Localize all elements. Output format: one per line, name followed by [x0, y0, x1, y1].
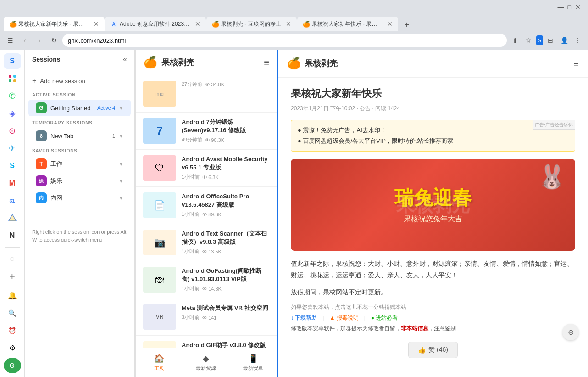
- session-arrow-work: ▼: [119, 162, 123, 167]
- session-arrow-getting-started: ▼: [119, 106, 123, 111]
- add-session-btn[interactable]: + Add new session: [25, 73, 134, 89]
- content-meta-3: 1小时前 👁 13.5K: [182, 248, 269, 255]
- session-name-new-tab: New Tab: [50, 133, 109, 140]
- content-item-5[interactable]: VR Meta 测试会员专属 VR 社交空间 3小时前 👁 141: [136, 298, 277, 336]
- content-info-6: Android GIF助手 v3.8.0 修改版 3小时前 👁 28.5K: [182, 341, 269, 348]
- new-tab-button[interactable]: +: [400, 18, 413, 31]
- sidebar-item-circle[interactable]: ○: [4, 251, 21, 267]
- tab-title-2: Adobe 创意应用软件 2023 合集: [120, 20, 190, 28]
- article-body: 果核祝大家新年快乐 2023年1月21日 下午10:02 · 公告 · 阅读 1…: [278, 78, 588, 377]
- window-close[interactable]: ✕: [575, 3, 581, 11]
- forward-btn[interactable]: ›: [33, 34, 46, 47]
- temporary-sessions-label: TEMPORARY SESSIONS: [25, 117, 134, 127]
- content-list-panel: 🍊 果核剥壳 ≡ img 27分钟前 👁 34.8K: [135, 50, 277, 377]
- like-button[interactable]: 👍 赞 (46): [408, 342, 458, 358]
- sidebar-item-calendar[interactable]: 31: [4, 193, 21, 208]
- content-item-top[interactable]: img 27分钟前 👁 34.8K: [136, 75, 277, 113]
- session-getting-started[interactable]: G Getting Started Active 4 ▼: [28, 100, 131, 116]
- content-views-3: 👁 13.5K: [202, 249, 222, 254]
- content-item-1[interactable]: 🛡 Android Avast Mobile Security v6.55.1 …: [136, 150, 277, 187]
- bottom-nav-home[interactable]: 🏠 主页: [136, 352, 183, 373]
- bottom-nav-android[interactable]: 📱 最新安卓: [230, 352, 277, 373]
- extension-btn[interactable]: S: [536, 35, 543, 45]
- content-time-2: 1小时前: [182, 211, 200, 218]
- ad-line1: ● 震惊！免费无广告，AI去水印！: [298, 125, 568, 135]
- tab-title-3: 果核剥壳 - 互联网的净土: [221, 20, 281, 28]
- session-entertainment[interactable]: 娱 娱乐 ▼: [28, 173, 131, 189]
- session-intranet[interactable]: 内 内网 ▼: [28, 190, 131, 206]
- sidebar-item-slack[interactable]: [4, 71, 21, 86]
- session-arrow-new-tab: ▼: [119, 134, 123, 139]
- sidebar-item-whatsapp[interactable]: ✆: [4, 88, 21, 104]
- sidebar-account[interactable]: G: [4, 358, 21, 373]
- ad-label: 广告·广告还告诉你: [533, 120, 575, 130]
- content-item-4[interactable]: 🍽 Android GoFasting(间歇性断食) v1.01.93.0113…: [136, 261, 277, 298]
- content-list-hamburger[interactable]: ≡: [264, 57, 269, 68]
- session-avatar-new-tab: 8: [36, 130, 47, 141]
- svg-marker-5: [9, 214, 16, 221]
- bottom-nav: 🏠 主页 ◆ 最新资源 📱 最新安卓: [136, 348, 277, 377]
- content-item-0[interactable]: 7 Android 7分钟锻炼(Seven)v9.17.16 修改版 49分钟前…: [136, 113, 277, 150]
- sidebar-item-telegram[interactable]: ✈: [4, 141, 21, 156]
- link-download-help[interactable]: ↓ 下载帮助: [291, 314, 317, 322]
- content-list-items: 7 Android 7分钟锻炼(Seven)v9.17.16 修改版 49分钟前…: [136, 113, 277, 348]
- tab-3[interactable]: 🍊 果核剥壳 - 互联网的净土 ✕: [206, 17, 297, 31]
- content-meta-4: 1小时前 👁 14.8K: [182, 285, 269, 292]
- content-item-6[interactable]: gif Android GIF助手 v3.8.0 修改版 3小时前 👁 28.5…: [136, 336, 277, 348]
- article-logo-text: 果核剥壳: [305, 58, 338, 69]
- tab-close-4[interactable]: ✕: [387, 21, 393, 27]
- sidebar-notifications[interactable]: 🔔: [4, 288, 21, 304]
- split-view-btn[interactable]: ⊟: [544, 34, 557, 47]
- link-site-guide[interactable]: ● 进站必看: [371, 314, 398, 322]
- back-btn[interactable]: ‹: [18, 34, 31, 47]
- sidebar-item-gmail[interactable]: M: [4, 175, 21, 191]
- content-meta-top: 27分钟前 👁 34.8K: [182, 81, 269, 88]
- content-item-3[interactable]: 📷 Android Text Scanner（文本扫描仪）v9.8.3 高级版 …: [136, 224, 277, 261]
- window-maximize[interactable]: □: [568, 3, 571, 11]
- tab-2[interactable]: A Adobe 创意应用软件 2023 合集 ✕: [105, 17, 206, 31]
- sidebar-item-discord[interactable]: ◈: [4, 106, 21, 121]
- session-new-tab[interactable]: 8 New Tab 1 ▼: [28, 128, 131, 144]
- article-hamburger[interactable]: ≡: [573, 58, 579, 69]
- share-float-btn[interactable]: ⊕: [562, 324, 579, 340]
- sessions-collapse-btn[interactable]: «: [123, 55, 127, 63]
- bookmark-btn[interactable]: ☆: [522, 34, 535, 47]
- session-badge-new-tab: 1: [112, 133, 115, 139]
- sidebar-history[interactable]: ⏰: [4, 323, 21, 338]
- sidebar-item-skype[interactable]: S: [4, 158, 21, 174]
- sidebar-toggle-btn[interactable]: ☰: [4, 34, 17, 47]
- tab-close-2[interactable]: ✕: [195, 21, 200, 27]
- link-virus-report[interactable]: ▲ 报毒说明: [329, 314, 358, 322]
- sidebar-item-sidebery[interactable]: S: [4, 53, 21, 69]
- content-views-4: 👁 14.8K: [202, 286, 222, 292]
- content-views-0: 👁 90.3K: [205, 137, 224, 143]
- bottom-nav-latest[interactable]: ◆ 最新资源: [183, 352, 229, 373]
- sidebar-search[interactable]: 🔍: [4, 305, 21, 321]
- tab-4[interactable]: 🍊 果核祝大家新年快乐 - 果核剥壳 ✕: [297, 17, 398, 31]
- article-title: 果核祝大家新年快乐: [291, 87, 575, 101]
- tab-title-1: 果核祝大家新年快乐 - 果核剥壳: [18, 20, 89, 28]
- address-input[interactable]: [62, 34, 507, 47]
- sessions-hint: Right click on the session icon or press…: [25, 225, 134, 247]
- sidebar-item-drive[interactable]: [4, 210, 21, 226]
- session-work[interactable]: T 工作 ▼: [28, 156, 131, 172]
- menu-btn[interactable]: ⋮: [571, 34, 584, 47]
- article-logo-circle: 🍊: [287, 57, 301, 70]
- content-meta-1: 1小时前 👁 6.3K: [182, 174, 269, 180]
- site-logo-text: 果核剥壳: [161, 57, 194, 68]
- tab-close-3[interactable]: ✕: [286, 21, 291, 27]
- tab-close-1[interactable]: ✕: [94, 21, 99, 27]
- sidebar-item-notion[interactable]: N: [4, 228, 21, 243]
- share-btn[interactable]: ⬆: [509, 34, 521, 47]
- content-item-2[interactable]: 📄 Android OfficeSuite Pro v13.6.45827 高级…: [136, 187, 277, 224]
- window-minimize[interactable]: —: [558, 3, 564, 11]
- sidebar-item-add[interactable]: +: [4, 269, 21, 284]
- banner-decoration: 🐰: [538, 163, 566, 190]
- tab-1[interactable]: 🍊 果核祝大家新年快乐 - 果核剥壳 ✕: [4, 17, 105, 31]
- sidebar-item-instagram[interactable]: ⊙: [4, 123, 21, 139]
- account-btn[interactable]: 👤: [558, 34, 571, 47]
- add-session-label: Add new session: [40, 78, 85, 84]
- sidebar-settings[interactable]: ⚙: [4, 340, 21, 356]
- content-meta-5: 3小时前 👁 141: [182, 314, 269, 321]
- reload-btn[interactable]: ↻: [48, 34, 61, 47]
